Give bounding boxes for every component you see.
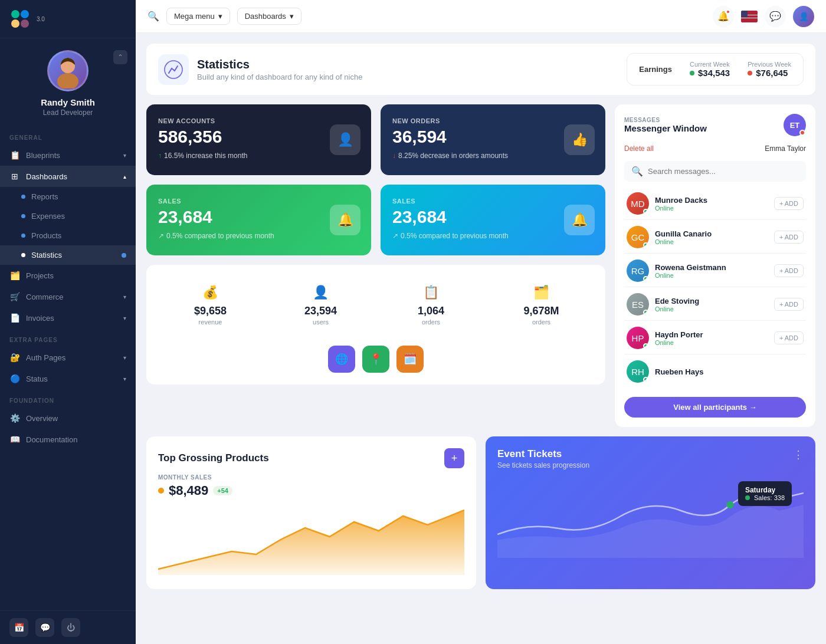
new-orders-card: NEW ORDERS 36,594 ↓ 8.25% decrease in or…	[381, 104, 605, 175]
status-icon: 🔵	[9, 373, 20, 384]
revenue-icon: 💰	[202, 285, 218, 300]
sidebar-item-overview[interactable]: ⚙️ Overview	[0, 408, 136, 429]
contact-info: Haydn Porter Online	[655, 330, 768, 346]
sidebar-item-status[interactable]: 🔵 Status ▾	[0, 368, 136, 389]
contact-item[interactable]: GC Gunilla Canario Online + ADD	[624, 221, 806, 254]
power-button[interactable]: ⏻	[61, 618, 80, 637]
sidebar-item-label: Invoices	[26, 314, 54, 323]
card-label: SALES	[158, 198, 359, 205]
card-icon: 🔔	[330, 205, 360, 235]
section-label-foundation: FOUNDATION	[0, 389, 136, 408]
chevron-down-icon: ▾	[290, 12, 294, 21]
stats-header-text: Statistics Build any kind of dashboard f…	[197, 58, 362, 81]
stats-header-icon	[158, 54, 189, 85]
online-indicator	[643, 209, 648, 214]
sidebar-item-auth-pages[interactable]: 🔐 Auth Pages ▾	[0, 347, 136, 368]
documentation-icon: 📖	[9, 434, 20, 445]
user-avatar-button[interactable]: 👤	[793, 6, 814, 27]
chat-button[interactable]: 💬	[35, 618, 54, 637]
contact-item[interactable]: HP Haydn Porter Online + ADD	[624, 322, 806, 354]
contact-item[interactable]: RG Rowena Geistmann Online + ADD	[624, 255, 806, 287]
tooltip-dot	[745, 495, 750, 500]
blueprints-icon: 📋	[9, 150, 20, 160]
contact-item[interactable]: RH Rueben Hays	[624, 356, 806, 387]
delete-all-button[interactable]: Delete all	[624, 144, 654, 153]
contact-avatar: RH	[627, 360, 649, 383]
sidebar-item-products[interactable]: Products	[0, 226, 136, 245]
sidebar-item-dashboards[interactable]: ⊞ Dashboards ▴	[0, 166, 136, 187]
sidebar-item-label: Auth Pages	[26, 353, 65, 362]
sidebar-item-statistics[interactable]: Statistics	[0, 245, 136, 265]
card-sub: ↗ 0.5% compared to previous month	[392, 232, 594, 240]
topbar: 🔍 Mega menu ▾ Dashboards ▾ 🔔 💬 👤	[136, 0, 826, 33]
event-title-section: Event Tickets See tickets sales progress…	[497, 448, 589, 469]
messenger-search-container: 🔍	[624, 161, 806, 182]
orders-stat: 📋 1,064 orders	[379, 277, 483, 334]
area-chart	[158, 504, 464, 577]
online-indicator	[643, 276, 648, 281]
sidebar-item-label: Status	[26, 374, 48, 383]
calendar-button[interactable]: 📅	[9, 618, 28, 637]
svg-point-3	[21, 19, 29, 28]
event-more-button[interactable]: ⋮	[793, 448, 804, 461]
chart-tooltip: Saturday Sales: 338	[738, 481, 792, 506]
add-contact-button[interactable]: + ADD	[774, 298, 804, 311]
user-role: Lead Developer	[43, 109, 93, 117]
add-contact-button[interactable]: + ADD	[774, 197, 804, 210]
sidebar-item-projects[interactable]: 🗂️ Projects	[0, 265, 136, 286]
sidebar-item-commerce[interactable]: 🛒 Commerce ▾	[0, 286, 136, 307]
language-selector[interactable]	[741, 11, 758, 22]
card-sub: ↓ 8.25% decrease in orders amounts	[392, 152, 594, 160]
orders2-label: orders	[532, 318, 550, 326]
orders2-icon: 🗂️	[533, 285, 549, 300]
mega-menu-button[interactable]: Mega menu ▾	[166, 8, 230, 25]
sidebar-item-label: Dashboards	[26, 172, 67, 181]
contact-status: Online	[655, 339, 768, 346]
user-name: Randy Smith	[41, 97, 95, 107]
left-column: NEW ACCOUNTS 586,356 ↑ 16.5% increase th…	[146, 104, 605, 427]
users-value: 23,594	[304, 305, 337, 317]
top-grossing-card: Top Grossing Products + MONTHLY SALES $8…	[146, 436, 476, 589]
search-icon[interactable]: 🔍	[148, 11, 159, 22]
online-indicator	[643, 343, 648, 349]
contact-name: Gunilla Canario	[655, 229, 768, 238]
view-all-participants-button[interactable]: View all participants →	[624, 397, 806, 418]
contact-name: Ede Stoving	[655, 297, 768, 305]
chevron-down-icon: ▾	[123, 354, 126, 361]
grossing-add-button[interactable]: +	[444, 448, 464, 468]
contact-name: Rueben Hays	[655, 367, 804, 376]
notifications-button[interactable]: 🔔	[713, 6, 734, 27]
tooltip-day: Saturday	[745, 486, 785, 494]
action-btn-3[interactable]: 🗓️	[396, 346, 424, 373]
sidebar-item-expenses[interactable]: Expenses	[0, 206, 136, 226]
sidebar-item-reports[interactable]: Reports	[0, 187, 136, 206]
grossing-title: Top Grossing Products	[158, 452, 269, 464]
card-value: 23,684	[158, 207, 359, 227]
dashboards-button[interactable]: Dashboards ▾	[237, 8, 301, 25]
action-btn-2[interactable]: 📍	[362, 346, 389, 373]
contact-item[interactable]: MD Munroe Dacks Online + ADD	[624, 188, 806, 220]
contact-avatar: RG	[627, 259, 649, 282]
messages-button[interactable]: 💬	[765, 6, 786, 27]
sidebar-item-blueprints[interactable]: 📋 Blueprints ▾	[0, 144, 136, 166]
new-accounts-card: NEW ACCOUNTS 586,356 ↑ 16.5% increase th…	[146, 104, 371, 175]
sidebar: 3.0 ⌃ Randy Smith Lead Developer GENERAL…	[0, 0, 136, 644]
add-contact-button[interactable]: + ADD	[774, 231, 804, 244]
sidebar-collapse-toggle[interactable]: ⌃	[113, 50, 127, 64]
monthly-value: $8,489 +54	[158, 483, 464, 498]
contact-status: Online	[655, 305, 768, 313]
event-header: Event Tickets See tickets sales progress…	[497, 448, 804, 469]
contact-item[interactable]: ES Ede Stoving Online + ADD	[624, 288, 806, 321]
search-input[interactable]	[648, 167, 799, 176]
users-stat: 👤 23,594 users	[268, 277, 373, 334]
add-contact-button[interactable]: + ADD	[774, 331, 804, 344]
stats-header-card: Statistics Build any kind of dashboard f…	[146, 44, 815, 95]
action-btn-1[interactable]: 🌐	[328, 346, 355, 373]
add-contact-button[interactable]: + ADD	[774, 264, 804, 277]
sidebar-bottom: 📅 💬 ⏻	[0, 610, 136, 644]
sales-cyan-card: SALES 23,684 ↗ 0.5% compared to previous…	[381, 185, 605, 255]
orders-label: orders	[422, 318, 440, 326]
sidebar-item-label: Commerce	[26, 293, 64, 301]
sidebar-item-invoices[interactable]: 📄 Invoices ▾	[0, 307, 136, 328]
sidebar-item-documentation[interactable]: 📖 Documentation	[0, 429, 136, 450]
